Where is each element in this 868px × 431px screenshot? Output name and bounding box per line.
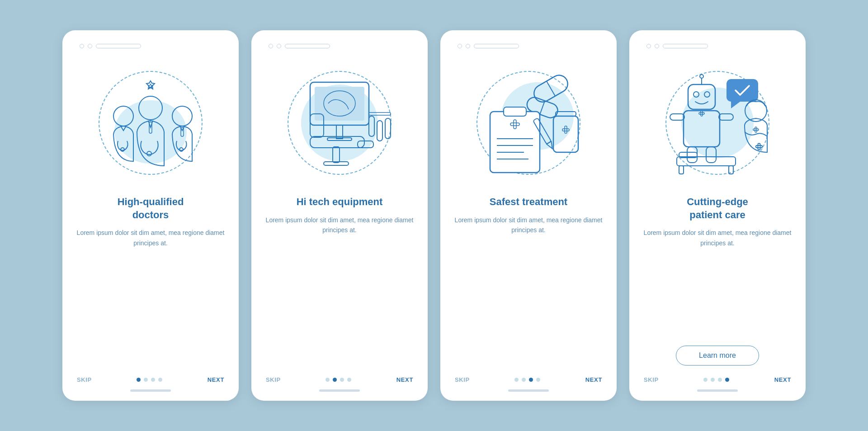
patient-care-icon	[652, 57, 783, 188]
card-1-footer: SKIP NEXT	[75, 376, 226, 383]
card-1: High-qualified doctors Lorem ipsum dolor…	[62, 30, 239, 401]
swipe-bar-3	[508, 389, 549, 392]
dots-2	[326, 378, 351, 382]
cards-container: High-qualified doctors Lorem ipsum dolor…	[44, 12, 824, 419]
dot	[151, 378, 155, 382]
card-3: Safest treatment Lorem ipsum dolor sit d…	[440, 30, 617, 401]
phone-dot	[277, 44, 281, 48]
phone-bar	[474, 44, 519, 48]
card-4: Cutting-edge patient care Lorem ipsum do…	[629, 30, 806, 401]
card-3-footer: SKIP NEXT	[453, 376, 604, 383]
dot	[711, 378, 715, 382]
skip-button-1[interactable]: SKIP	[77, 376, 92, 383]
phone-dot	[655, 44, 659, 48]
skip-button-4[interactable]: SKIP	[644, 376, 659, 383]
dot-active	[529, 378, 533, 382]
svg-rect-22	[385, 118, 391, 139]
svg-rect-64	[729, 166, 733, 174]
swipe-bar-2	[319, 389, 360, 392]
illustration-2	[274, 57, 405, 188]
skip-button-3[interactable]: SKIP	[455, 376, 470, 383]
learn-more-button[interactable]: Learn more	[676, 346, 759, 365]
card-2-title: Hi tech equipment	[297, 196, 383, 209]
svg-rect-59	[753, 129, 759, 131]
phone-bar	[96, 44, 141, 48]
next-button-4[interactable]: NEXT	[774, 376, 791, 383]
equipment-icon	[274, 57, 405, 188]
phone-dot	[646, 44, 651, 48]
svg-rect-56	[726, 79, 758, 102]
dots-1	[137, 378, 162, 382]
svg-rect-11	[315, 87, 364, 121]
dot-active	[333, 378, 337, 382]
svg-point-46	[700, 75, 703, 78]
next-button-2[interactable]: NEXT	[396, 376, 413, 383]
svg-rect-66	[758, 144, 760, 150]
dot	[158, 378, 162, 382]
treatment-icon	[463, 57, 594, 188]
card-2: Hi tech equipment Lorem ipsum dolor sit …	[251, 30, 428, 401]
illustration-3	[463, 57, 594, 188]
card-2-footer: SKIP NEXT	[264, 376, 415, 383]
swipe-bar-4	[697, 389, 738, 392]
dot-active	[725, 378, 729, 382]
phone-dot	[458, 44, 462, 48]
card-2-body: Lorem ipsum dolor sit dim amet, mea regi…	[264, 215, 415, 235]
dot	[144, 378, 148, 382]
dot	[347, 378, 351, 382]
phone-dot	[466, 44, 470, 48]
phone-bar	[285, 44, 330, 48]
card-4-footer: SKIP NEXT	[642, 376, 793, 383]
dot	[536, 378, 540, 382]
card-1-title: High-qualified doctors	[118, 196, 184, 221]
svg-rect-29	[490, 112, 540, 173]
dot-active	[137, 378, 141, 382]
phone-dot	[88, 44, 92, 48]
phone-top-1	[80, 44, 141, 48]
svg-rect-60	[755, 127, 757, 132]
card-1-body: Lorem ipsum dolor sit dim amet, mea regi…	[75, 228, 226, 248]
svg-rect-63	[679, 166, 684, 174]
phone-dot	[269, 44, 273, 48]
next-button-3[interactable]: NEXT	[585, 376, 602, 383]
dots-4	[703, 378, 729, 382]
phone-top-4	[646, 44, 708, 48]
card-4-body: Lorem ipsum dolor sit dim amet, mea regi…	[642, 228, 793, 248]
card-3-title: Safest treatment	[490, 196, 567, 209]
phone-bar	[663, 44, 708, 48]
phone-dot	[80, 44, 84, 48]
illustration-4	[652, 57, 783, 188]
dot	[326, 378, 330, 382]
dot	[522, 378, 526, 382]
dot	[718, 378, 722, 382]
card-4-title: Cutting-edge patient care	[687, 196, 748, 221]
dot	[703, 378, 708, 382]
skip-button-2[interactable]: SKIP	[266, 376, 281, 383]
phone-top-2	[269, 44, 330, 48]
phone-top-3	[458, 44, 519, 48]
svg-rect-65	[756, 145, 762, 148]
swipe-bar-1	[130, 389, 171, 392]
illustration-1	[85, 57, 216, 188]
svg-rect-30	[504, 107, 526, 116]
doctors-icon	[85, 57, 216, 188]
card-3-body: Lorem ipsum dolor sit dim amet, mea regi…	[453, 215, 604, 235]
dots-3	[514, 378, 540, 382]
dot	[514, 378, 519, 382]
dot	[340, 378, 344, 382]
next-button-1[interactable]: NEXT	[208, 376, 224, 383]
